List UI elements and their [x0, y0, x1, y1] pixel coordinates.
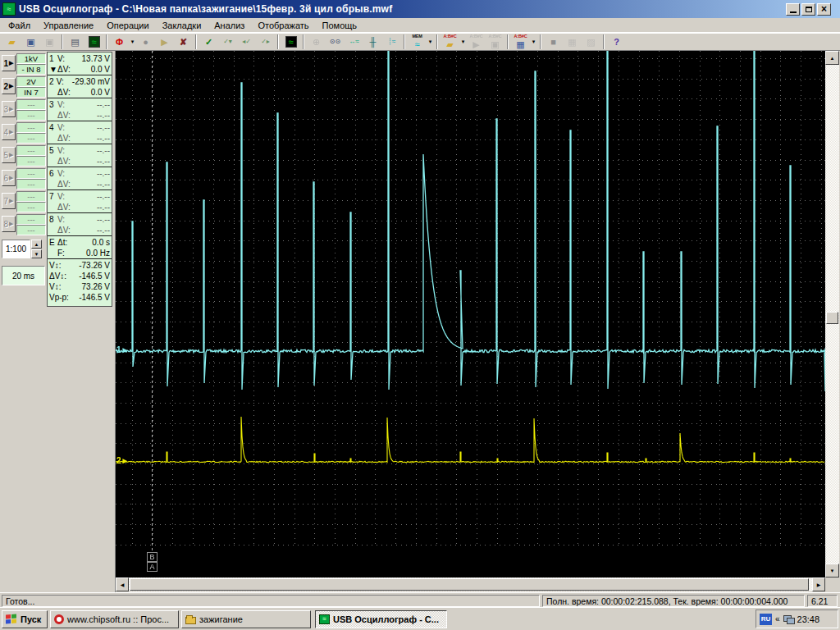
xy-mode-button[interactable]: ≈ [281, 34, 300, 50]
tray-chevron-button[interactable]: « [775, 614, 780, 623]
channel-2-range[interactable]: 2V [16, 76, 46, 87]
language-indicator[interactable]: RU [760, 614, 772, 625]
taskbar: Пуск www.chipsoft.ru :: Прос...зажигание… [0, 607, 840, 630]
pointer-button[interactable]: ▶ [155, 34, 174, 50]
abc-play-button[interactable]: A:B#C▶ [467, 34, 486, 50]
channel-1-button[interactable]: 1▶ [2, 55, 16, 71]
restore-button[interactable] [801, 3, 815, 16]
cursors-button[interactable]: ╫ [363, 34, 382, 50]
print-button[interactable]: ▤ [66, 34, 84, 50]
menu-item[interactable]: Файл [2, 19, 37, 32]
menu-item[interactable]: Операции [100, 19, 155, 32]
trace2-marker[interactable]: 2► [116, 456, 129, 465]
timebase-field[interactable]: 20 ms [2, 266, 45, 285]
network-icon[interactable] [783, 615, 794, 623]
channel-7-range[interactable]: --- [16, 191, 46, 202]
vscroll-down-button[interactable]: ▼ [825, 564, 839, 578]
menu-item[interactable]: Анализ [208, 19, 251, 32]
web-search-button[interactable]: ⊕ [307, 34, 326, 50]
taskbar-task-1[interactable]: www.chipsoft.ru :: Прос... [50, 610, 179, 628]
cursors-button-icon: ╫ [368, 36, 379, 48]
channel-8-input[interactable]: --- [16, 225, 46, 235]
help-button[interactable]: ? [607, 34, 626, 50]
menu-item[interactable]: Отображать [251, 19, 315, 32]
channel-7-button[interactable]: 7▶ [2, 193, 16, 209]
tray-clock: 23:48 [797, 614, 820, 624]
channel-3-input[interactable]: --- [16, 110, 46, 121]
channel-5-button[interactable]: 5▶ [2, 147, 16, 163]
check-prev-button[interactable]: ◂✓ [237, 34, 256, 50]
record-button[interactable]: ● [136, 34, 155, 50]
menu-item[interactable]: Помощь [316, 19, 364, 32]
channel-3-button[interactable]: 3▶ [2, 101, 16, 117]
find-button[interactable]: ⊙⊙ [326, 34, 345, 50]
probe-ratio-field[interactable]: 1:100 [2, 240, 30, 258]
check-next-button[interactable]: ✓▸ [256, 34, 275, 50]
cursor-wave-button[interactable]: ┊≈ [382, 34, 401, 50]
horizontal-scrollbar: ◀ ▶ [116, 578, 825, 591]
fit-wave-button[interactable]: ↔≈ [345, 34, 363, 50]
select-solid-button[interactable]: ■ [544, 34, 563, 50]
hscroll-left-button[interactable]: ◀ [116, 578, 129, 591]
channel-2-button[interactable]: 2▶ [2, 78, 16, 94]
channel-1-input[interactable]: - IN 8 [16, 64, 46, 75]
channel-6-input[interactable]: --- [16, 179, 46, 189]
channel-1-range[interactable]: 1kV [16, 53, 46, 64]
channel-8-range[interactable]: --- [16, 214, 46, 225]
abc-save-button[interactable]: A:B#C▣ [486, 34, 504, 50]
check-down-button[interactable]: ✓▾ [218, 34, 237, 50]
marker-b-handle[interactable]: В [147, 552, 158, 562]
close-button[interactable]: × [817, 3, 831, 16]
probe-spin-down-button[interactable]: ▼ [31, 249, 42, 258]
oscilloscope-display[interactable]: 1► 2► В А [116, 51, 825, 578]
start-button[interactable]: Пуск [2, 610, 48, 628]
close-icon: × [821, 5, 827, 13]
vscroll-thumb[interactable] [826, 312, 838, 324]
channel-4-button[interactable]: 4▶ [2, 124, 16, 140]
start-stop-button-dropdown[interactable]: ▾ [129, 39, 136, 45]
save-screen-button-icon: ≈ [89, 36, 100, 48]
save-file-button[interactable]: ▣ [21, 34, 40, 50]
minimize-button[interactable] [786, 3, 800, 16]
channel-8-button[interactable]: 8▶ [2, 216, 16, 232]
select-dither-button[interactable]: ▦ [563, 34, 582, 50]
select-none-button[interactable]: ▨ [582, 34, 600, 50]
start-stop-button[interactable]: Φ [110, 34, 129, 50]
marker-a-handle[interactable]: А [147, 562, 158, 572]
waveform-canvas[interactable] [116, 51, 825, 578]
taskbar-task-2[interactable]: зажигание [181, 610, 311, 628]
save-screen-button[interactable]: ≈ [84, 34, 103, 50]
record-button-icon: ● [140, 36, 152, 48]
toolbar-separator [507, 34, 509, 49]
memory-button-dropdown[interactable]: ▾ [427, 39, 434, 45]
open-file-button[interactable]: ▰ [2, 34, 21, 50]
abc-panel-button-dropdown[interactable]: ▾ [530, 39, 537, 45]
probe-spin-up-button[interactable]: ▲ [31, 240, 42, 249]
memory-button[interactable]: MEM≈ [408, 34, 427, 50]
channel-4-input[interactable]: --- [16, 133, 46, 144]
hscroll-right-button[interactable]: ▶ [812, 578, 825, 591]
select-solid-button-icon: ■ [548, 36, 559, 48]
fit-wave-button-icon: ↔≈ [349, 36, 360, 48]
abc-open-button-dropdown[interactable]: ▾ [459, 39, 467, 45]
channel-7-input[interactable]: --- [16, 202, 46, 212]
channel-4-range[interactable]: --- [16, 122, 46, 133]
vscroll-up-button[interactable]: ▲ [825, 51, 839, 65]
channel-6-range[interactable]: --- [16, 168, 46, 179]
abc-open-button[interactable]: A:B#C▰ [441, 34, 459, 50]
delete-button[interactable]: ✘ [174, 34, 193, 50]
channel-5-range[interactable]: --- [16, 145, 46, 156]
hscroll-thumb[interactable] [130, 578, 809, 591]
channel-5-input[interactable]: --- [16, 156, 46, 167]
check-button[interactable]: ✓ [199, 34, 218, 50]
menu-item[interactable]: Закладки [156, 19, 208, 32]
menu-item[interactable]: Управление [37, 19, 100, 32]
channel-2-input[interactable]: IN 7 [16, 87, 46, 98]
channel-3-range[interactable]: --- [16, 99, 46, 110]
taskbar-task-3[interactable]: ≈USB Осциллограф - C... [315, 610, 447, 628]
trace1-marker[interactable]: 1► [116, 345, 129, 354]
save-as-button[interactable]: ▣ [40, 34, 59, 50]
channel-6-button[interactable]: 6▶ [2, 170, 16, 186]
toolbar: ▰▣▣▤≈Φ▾●▶✘✓✓▾◂✓✓▸≈⊕⊙⊙↔≈╫┊≈MEM≈▾A:B#C▰▾A:… [0, 33, 840, 51]
abc-panel-button[interactable]: A:B#C▦ [511, 34, 530, 50]
